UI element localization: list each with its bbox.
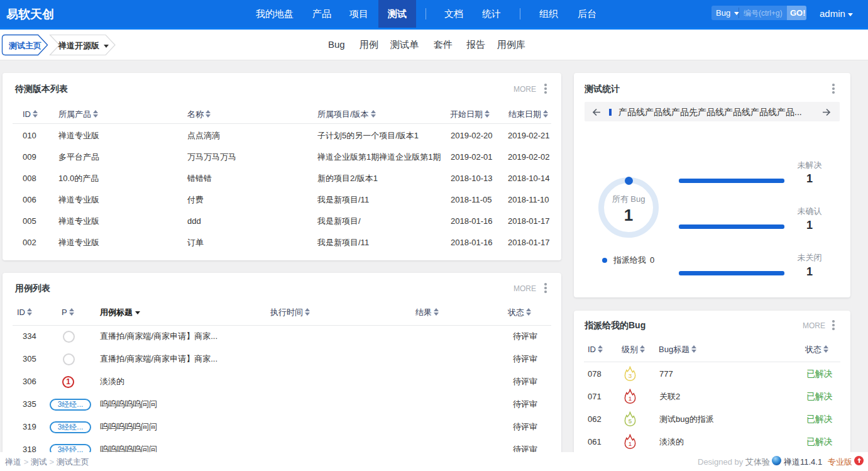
svg-text:1: 1 (628, 395, 631, 402)
svg-text:3: 3 (628, 372, 631, 379)
svg-text:1: 1 (628, 440, 631, 447)
svg-text:5: 5 (628, 418, 632, 424)
